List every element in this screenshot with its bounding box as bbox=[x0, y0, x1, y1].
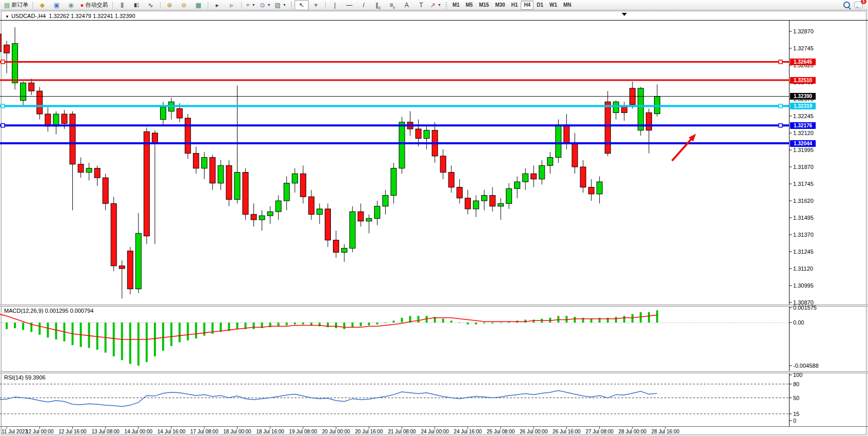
fibonacci-button[interactable]: ≡F bbox=[385, 0, 400, 10]
bar-chart-button[interactable]: ||| bbox=[115, 0, 129, 10]
timeframe-h4[interactable]: H4 bbox=[521, 1, 534, 10]
trendline-icon: / bbox=[363, 2, 364, 8]
line-handle[interactable] bbox=[779, 104, 782, 108]
macd-histogram-bar bbox=[22, 323, 24, 330]
crosshair-button[interactable]: + bbox=[309, 0, 323, 10]
candle bbox=[572, 142, 578, 167]
macd-histogram-bar bbox=[236, 323, 238, 329]
macd-histogram-bar bbox=[38, 323, 41, 335]
candle bbox=[506, 188, 512, 203]
toolbar-separator bbox=[32, 2, 33, 9]
candle bbox=[383, 195, 388, 206]
toolbar-grip[interactable] bbox=[445, 2, 447, 9]
add-indicator-button[interactable]: +▼ bbox=[244, 0, 258, 10]
candle bbox=[292, 174, 298, 183]
search-icon[interactable] bbox=[843, 2, 850, 8]
chart-shift-button[interactable]: ▹ bbox=[225, 0, 239, 10]
terminal-icon: ▣ bbox=[54, 2, 60, 8]
macd-histogram-bar bbox=[55, 323, 57, 339]
candle bbox=[284, 183, 289, 201]
auto-scroll-button[interactable]: ▸ bbox=[210, 0, 225, 10]
metaeditor-button[interactable]: ◆ bbox=[35, 0, 49, 10]
timeframe-mn[interactable]: MN bbox=[560, 1, 575, 10]
shapes-button[interactable]: ↗▼ bbox=[428, 0, 443, 10]
macd-histogram-bar bbox=[195, 323, 197, 338]
dropdown-caret-icon: ▼ bbox=[283, 3, 286, 7]
candlestick-chart-icon: ▮▯ bbox=[134, 3, 139, 8]
timeframe-w1[interactable]: W1 bbox=[546, 1, 560, 10]
timeframe-h1[interactable]: H1 bbox=[508, 1, 521, 10]
toolbar-separator bbox=[160, 2, 161, 9]
chart-menu-arrow-icon[interactable]: ▼ bbox=[5, 14, 9, 19]
vertical-line-button[interactable]: | bbox=[328, 0, 342, 10]
candle bbox=[515, 182, 520, 188]
template-button[interactable]: ▨▼ bbox=[273, 0, 288, 10]
timeframe-m5[interactable]: M5 bbox=[463, 1, 476, 10]
macd-histogram-bar bbox=[459, 323, 461, 323]
tile-windows-button[interactable]: ▦ bbox=[191, 0, 206, 10]
macd-histogram-bar bbox=[154, 323, 156, 356]
candle bbox=[481, 195, 487, 201]
candle bbox=[424, 130, 429, 139]
autotrading-button[interactable]: ●自动交易 bbox=[78, 0, 110, 10]
timeframe-d1[interactable]: D1 bbox=[534, 1, 546, 10]
macd-histogram-bar bbox=[384, 323, 386, 323]
line-chart-button[interactable]: ∿ bbox=[144, 0, 158, 10]
chat-button[interactable]: 1 bbox=[854, 2, 863, 8]
candle bbox=[465, 198, 470, 209]
panel-separator-macd[interactable] bbox=[0, 305, 868, 307]
candle bbox=[29, 83, 34, 91]
line-handle[interactable] bbox=[779, 124, 782, 127]
period-button[interactable]: ⊙▼ bbox=[258, 0, 273, 10]
arrow-annotation[interactable] bbox=[672, 134, 696, 161]
vertical-line-icon: | bbox=[334, 2, 336, 8]
candlestick-chart-button[interactable]: ▮▯ bbox=[129, 0, 144, 10]
candle bbox=[399, 122, 405, 168]
line-handle[interactable] bbox=[1, 60, 5, 64]
text-button[interactable]: A bbox=[400, 0, 414, 10]
new-order-button[interactable]: ▤新订单 bbox=[2, 0, 30, 10]
candle bbox=[218, 165, 224, 183]
zoom-in-button[interactable]: ⊕ bbox=[163, 0, 177, 10]
macd-histogram-bar bbox=[648, 312, 650, 323]
template-icon: ▨ bbox=[275, 2, 281, 8]
line-handle[interactable] bbox=[779, 60, 782, 64]
candle bbox=[358, 212, 364, 221]
candle bbox=[457, 187, 462, 198]
timeframe-m15[interactable]: M15 bbox=[476, 1, 492, 10]
line-handle[interactable] bbox=[1, 124, 5, 127]
candle bbox=[308, 197, 314, 214]
candle bbox=[144, 131, 149, 236]
candle bbox=[251, 214, 257, 220]
equidistant-channel-button[interactable]: ∥E bbox=[371, 0, 385, 10]
candle bbox=[498, 203, 504, 206]
horizontal-line-button[interactable]: — bbox=[342, 0, 357, 10]
macd-histogram-bar bbox=[360, 323, 362, 326]
toolbar-right: 1 bbox=[843, 2, 866, 8]
candle bbox=[78, 164, 84, 173]
terminal-button[interactable]: ▣ bbox=[49, 0, 64, 10]
macd-histogram-bar bbox=[113, 323, 115, 356]
text-label-button[interactable]: T bbox=[414, 0, 428, 10]
timeframe-m1[interactable]: M1 bbox=[449, 1, 463, 10]
toolbar-grip[interactable] bbox=[290, 2, 292, 9]
timeframe-m30[interactable]: M30 bbox=[492, 1, 508, 10]
trendline-button[interactable]: / bbox=[357, 0, 371, 10]
macd-histogram-bar bbox=[392, 320, 394, 323]
zoom-out-button[interactable]: ⊖ bbox=[177, 0, 191, 10]
dropdown-caret-icon: ▼ bbox=[252, 3, 255, 7]
candle bbox=[0, 34, 2, 51]
toolbar-separator bbox=[208, 2, 208, 9]
scroll-marker-icon[interactable] bbox=[622, 13, 627, 16]
macd-histogram-bar bbox=[170, 323, 172, 346]
macd-histogram-bar bbox=[351, 323, 353, 327]
line-handle[interactable] bbox=[1, 104, 5, 108]
cursor-button[interactable]: ↖ bbox=[294, 0, 309, 10]
panel-separator-rsi[interactable] bbox=[0, 371, 868, 373]
signals-button[interactable]: ◉ bbox=[64, 0, 78, 10]
candle bbox=[391, 168, 397, 196]
macd-histogram-bar bbox=[335, 323, 337, 328]
macd-histogram-bar bbox=[343, 323, 345, 329]
autotrading-button-label: 自动交易 bbox=[86, 1, 108, 9]
candle bbox=[243, 173, 248, 215]
